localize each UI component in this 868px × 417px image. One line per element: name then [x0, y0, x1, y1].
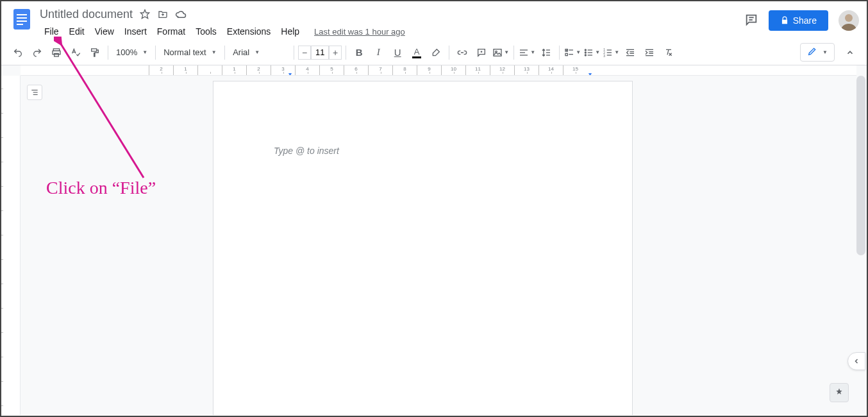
star-icon[interactable]: [139, 8, 151, 20]
hide-menus-button[interactable]: [841, 44, 859, 62]
svg-point-26: [585, 52, 587, 53]
svg-rect-2: [17, 17, 27, 19]
menu-extensions[interactable]: Extensions: [222, 24, 275, 38]
menu-edit[interactable]: Edit: [65, 24, 89, 38]
redo-button[interactable]: [28, 44, 46, 62]
chevron-down-icon: ▼: [822, 49, 828, 55]
toolbar: 100%▼ Normal text▼ Arial▼ − + B I U A ▼ …: [1, 40, 867, 65]
italic-button[interactable]: I: [369, 44, 387, 62]
vertical-ruler[interactable]: 211234567891011: [1, 76, 21, 415]
menu-help[interactable]: Help: [276, 24, 304, 38]
insert-link-button[interactable]: [453, 44, 471, 62]
move-icon[interactable]: [157, 8, 169, 20]
page-placeholder: Type @ to insert: [274, 146, 339, 156]
undo-button[interactable]: [9, 44, 27, 62]
document-outline-button[interactable]: [27, 85, 42, 100]
docs-logo[interactable]: [9, 6, 35, 32]
bullet-list-button[interactable]: ▼: [583, 44, 601, 62]
svg-point-25: [585, 49, 587, 51]
chevron-down-icon: ▼: [255, 49, 260, 55]
menu-view[interactable]: View: [90, 24, 119, 38]
style-select[interactable]: Normal text▼: [160, 44, 221, 61]
comments-icon[interactable]: [744, 13, 758, 29]
svg-point-27: [585, 55, 587, 56]
line-spacing-button[interactable]: [537, 44, 555, 62]
chevron-down-icon: ▼: [142, 49, 147, 55]
fontsize-increase[interactable]: +: [329, 46, 342, 60]
last-edit-link[interactable]: Last edit was 1 hour ago: [314, 27, 405, 37]
insert-comment-button[interactable]: [472, 44, 490, 62]
print-button[interactable]: [47, 44, 65, 62]
cloud-status-icon[interactable]: [175, 8, 187, 20]
svg-point-8: [845, 14, 853, 22]
spellcheck-button[interactable]: [67, 44, 85, 62]
scrollbar-thumb[interactable]: [856, 76, 865, 255]
svg-rect-1: [17, 14, 27, 15]
highlight-button[interactable]: [427, 44, 445, 62]
document-title[interactable]: Untitled document: [40, 8, 133, 21]
svg-rect-4: [17, 24, 23, 25]
align-button[interactable]: ▼: [518, 44, 536, 62]
side-panel-toggle[interactable]: [847, 352, 865, 370]
font-select[interactable]: Arial▼: [229, 44, 290, 61]
editing-mode-select[interactable]: ▼: [800, 43, 835, 62]
indent-marker-left[interactable]: ▾: [288, 71, 292, 76]
svg-rect-3: [17, 21, 27, 22]
svg-text:3: 3: [604, 54, 606, 57]
checklist-button[interactable]: ▼: [563, 44, 581, 62]
underline-button[interactable]: U: [388, 44, 406, 62]
horizontal-ruler[interactable]: 21123456789101112131415 ▾ ▾: [21, 65, 856, 76]
lock-icon: [780, 16, 789, 25]
menu-tools[interactable]: Tools: [191, 24, 221, 38]
chevron-down-icon: ▼: [212, 49, 217, 55]
paint-format-button[interactable]: [86, 44, 104, 62]
document-page[interactable]: Type @ to insert: [213, 81, 633, 415]
explore-button[interactable]: [830, 383, 849, 402]
numbered-list-button[interactable]: 123▼: [602, 44, 620, 62]
svg-rect-0: [13, 9, 30, 30]
fontsize-input[interactable]: [311, 46, 329, 60]
bold-button[interactable]: B: [350, 44, 368, 62]
fontsize-decrease[interactable]: −: [298, 46, 311, 60]
svg-marker-5: [140, 10, 149, 18]
insert-image-button[interactable]: ▼: [492, 44, 510, 62]
pencil-icon: [807, 46, 817, 58]
zoom-select[interactable]: 100%▼: [112, 44, 151, 61]
menu-format[interactable]: Format: [153, 24, 190, 38]
menu-insert[interactable]: Insert: [120, 24, 151, 38]
indent-marker-right[interactable]: ▾: [588, 71, 592, 76]
indent-decrease-button[interactable]: [621, 44, 639, 62]
text-color-button[interactable]: A: [408, 44, 426, 62]
clear-formatting-button[interactable]: [660, 44, 678, 62]
account-avatar[interactable]: [839, 10, 859, 31]
svg-rect-23: [565, 53, 567, 55]
indent-increase-button[interactable]: [640, 44, 658, 62]
svg-rect-12: [92, 49, 97, 51]
share-label: Share: [793, 15, 817, 26]
share-button[interactable]: Share: [769, 10, 828, 31]
svg-rect-13: [494, 49, 501, 56]
menu-file[interactable]: File: [40, 24, 63, 38]
